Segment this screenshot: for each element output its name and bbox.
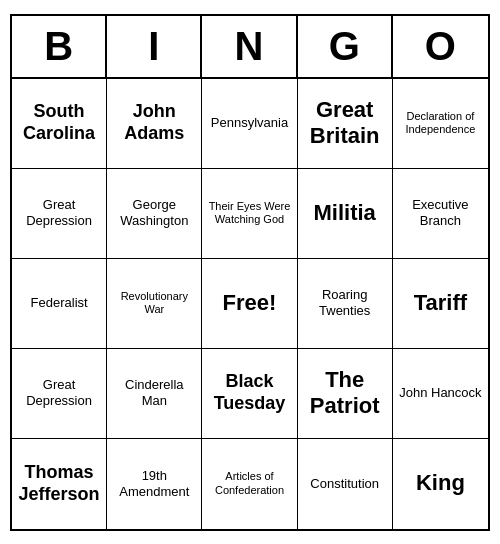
- bingo-cell[interactable]: Pennsylvania: [202, 79, 297, 169]
- bingo-cell[interactable]: Great Depression: [12, 169, 107, 259]
- bingo-cell[interactable]: Black Tuesday: [202, 349, 297, 439]
- bingo-cell[interactable]: Their Eyes Were Watching God: [202, 169, 297, 259]
- bingo-header: BINGO: [12, 16, 488, 79]
- bingo-cell[interactable]: Cinderella Man: [107, 349, 202, 439]
- bingo-cell[interactable]: John Adams: [107, 79, 202, 169]
- bingo-grid: South CarolinaJohn AdamsPennsylvaniaGrea…: [12, 79, 488, 529]
- bingo-cell[interactable]: Constitution: [298, 439, 393, 529]
- bingo-cell[interactable]: John Hancock: [393, 349, 488, 439]
- header-letter: N: [202, 16, 297, 77]
- bingo-cell[interactable]: 19th Amendment: [107, 439, 202, 529]
- bingo-cell[interactable]: Free!: [202, 259, 297, 349]
- bingo-cell[interactable]: Articles of Confederation: [202, 439, 297, 529]
- bingo-cell[interactable]: South Carolina: [12, 79, 107, 169]
- bingo-cell[interactable]: The Patriot: [298, 349, 393, 439]
- header-letter: O: [393, 16, 488, 77]
- header-letter: G: [298, 16, 393, 77]
- bingo-cell[interactable]: Federalist: [12, 259, 107, 349]
- bingo-cell[interactable]: Militia: [298, 169, 393, 259]
- bingo-cell[interactable]: Executive Branch: [393, 169, 488, 259]
- bingo-cell[interactable]: Thomas Jefferson: [12, 439, 107, 529]
- header-letter: B: [12, 16, 107, 77]
- bingo-cell[interactable]: George Washington: [107, 169, 202, 259]
- bingo-cell[interactable]: Great Depression: [12, 349, 107, 439]
- bingo-cell[interactable]: Tariff: [393, 259, 488, 349]
- bingo-card: BINGO South CarolinaJohn AdamsPennsylvan…: [10, 14, 490, 531]
- bingo-cell[interactable]: Declaration of Independence: [393, 79, 488, 169]
- bingo-cell[interactable]: King: [393, 439, 488, 529]
- bingo-cell[interactable]: Revolutionary War: [107, 259, 202, 349]
- bingo-cell[interactable]: Great Britain: [298, 79, 393, 169]
- bingo-cell[interactable]: Roaring Twenties: [298, 259, 393, 349]
- header-letter: I: [107, 16, 202, 77]
